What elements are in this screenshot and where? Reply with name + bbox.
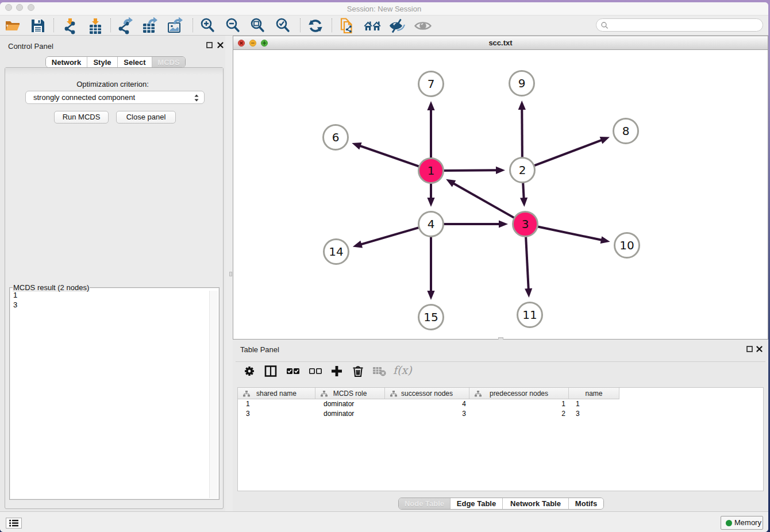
close-table-panel-icon[interactable]	[756, 346, 763, 352]
select-all-icon[interactable]	[286, 365, 301, 380]
graph-node-9[interactable]: 9	[510, 71, 534, 96]
deselect-all-icon[interactable]	[309, 365, 324, 380]
mcds-result-list[interactable]: 13	[10, 288, 218, 499]
zoom-selected-icon[interactable]	[275, 17, 292, 34]
graph-node-1[interactable]: 1	[419, 159, 444, 183]
svg-text:1: 1	[428, 164, 435, 178]
svg-text:15: 15	[424, 310, 438, 324]
column-header-name[interactable]: name	[569, 388, 619, 399]
graph-edge-4-15[interactable]	[427, 234, 434, 300]
delete-column-icon[interactable]	[352, 365, 367, 380]
export-image-icon[interactable]	[167, 17, 184, 34]
tab-edge-table[interactable]: Edge Table	[451, 498, 503, 509]
save-icon[interactable]	[29, 17, 47, 34]
column-header-shared-name[interactable]: shared name	[238, 388, 315, 399]
table-cell: 3	[246, 409, 315, 419]
float-table-panel-icon[interactable]	[746, 346, 753, 352]
task-history-button[interactable]	[6, 518, 22, 529]
graph-edge-3-1[interactable]	[446, 179, 517, 219]
graph-node-2[interactable]: 2	[510, 158, 535, 183]
tab-motifs[interactable]: Motifs	[569, 498, 603, 509]
result-item[interactable]: 3	[10, 300, 218, 310]
titlebar: Session: New Session	[0, 2, 768, 16]
close-panel-icon[interactable]	[217, 42, 224, 48]
window-title: Session: New Session	[0, 5, 768, 13]
tab-select[interactable]: Select	[118, 57, 152, 67]
open-folder-icon[interactable]	[4, 17, 21, 34]
graph-node-14[interactable]: 14	[324, 240, 349, 264]
export-table-icon[interactable]	[141, 17, 159, 34]
result-scrollbar[interactable]	[209, 291, 218, 498]
criterion-select[interactable]: strongly connected component	[25, 91, 205, 104]
graph-edge-1-7[interactable]	[427, 101, 434, 161]
graph-node-15[interactable]: 15	[419, 305, 444, 330]
graph-node-11[interactable]: 11	[518, 303, 542, 327]
svg-text:9: 9	[518, 76, 526, 90]
graph-edge-2-8[interactable]	[532, 137, 610, 167]
settings-gear-icon[interactable]	[243, 365, 258, 380]
import-network-icon[interactable]	[61, 17, 79, 34]
graph-node-6[interactable]: 6	[324, 125, 348, 150]
status-bar: Memory	[0, 511, 768, 532]
float-panel-icon[interactable]	[206, 42, 213, 48]
svg-text:11: 11	[522, 308, 537, 322]
table-panel-title: Table Panel	[240, 345, 279, 354]
mcds-result-group-title: MCDS result (2 nodes)	[13, 284, 90, 292]
application-window: Session: New Session Control Panel Netwo…	[0, 2, 768, 532]
table-row[interactable]: 3dominator323	[238, 409, 763, 419]
run-mcds-button[interactable]: Run MCDS	[54, 111, 109, 124]
column-tree-icon	[390, 391, 397, 397]
delete-table-icon[interactable]	[372, 365, 387, 380]
search-icon	[600, 21, 609, 29]
network-canvas[interactable]: 1234678910111415	[233, 51, 768, 339]
graph-node-7[interactable]: 7	[419, 72, 444, 97]
graph-edge-4-3[interactable]	[441, 220, 509, 228]
network-graph: 1234678910111415	[233, 51, 768, 339]
graph-edge-3-10[interactable]	[535, 226, 610, 244]
refresh-icon[interactable]	[307, 17, 324, 34]
clone-network-icon[interactable]	[339, 17, 356, 34]
show-all-icon[interactable]	[414, 17, 432, 34]
graph-edge-2-3[interactable]	[520, 180, 528, 207]
graph-edge-2-9[interactable]	[518, 101, 526, 160]
svg-text:7: 7	[428, 77, 435, 91]
graph-edge-1-2[interactable]	[441, 167, 505, 174]
table-cell: 1	[246, 399, 315, 409]
table-cell: 1	[576, 399, 618, 409]
column-header-predecessor-nodes[interactable]: predecessor nodes	[469, 388, 569, 399]
column-header-MCDS-role[interactable]: MCDS role	[315, 388, 385, 399]
graph-edge-3-11[interactable]	[525, 234, 532, 298]
table-row[interactable]: 1dominator411	[238, 399, 763, 409]
tab-node-table[interactable]: Node Table	[399, 498, 451, 509]
column-layout-icon[interactable]	[264, 365, 279, 380]
graph-edge-1-4[interactable]	[427, 181, 434, 207]
graph-edge-4-14[interactable]	[353, 227, 421, 248]
toolbar-separator	[300, 18, 301, 32]
tab-style[interactable]: Style	[87, 57, 118, 67]
zoom-fit-icon[interactable]	[249, 17, 267, 34]
hide-selected-icon[interactable]	[388, 17, 406, 34]
zoom-out-icon[interactable]	[225, 17, 242, 34]
zoom-in-icon[interactable]	[199, 17, 217, 34]
column-tree-icon	[243, 391, 250, 397]
export-network-icon[interactable]	[117, 17, 134, 34]
column-header-successor-nodes[interactable]: successor nodes	[385, 388, 469, 399]
tab-network-table[interactable]: Network Table	[503, 498, 569, 509]
tab-mcds[interactable]: MCDS	[152, 57, 185, 67]
graph-node-10[interactable]: 10	[615, 233, 640, 258]
search-input[interactable]	[596, 18, 763, 32]
function-builder-icon[interactable]: f(x)	[393, 365, 408, 380]
add-column-icon[interactable]	[330, 365, 345, 380]
memory-button[interactable]: Memory	[721, 516, 763, 530]
graph-node-3[interactable]: 3	[513, 212, 538, 237]
vertical-split-divider[interactable]	[225, 36, 233, 511]
graph-node-4[interactable]: 4	[419, 212, 444, 237]
result-item[interactable]: 1	[10, 291, 218, 300]
graph-edge-1-6[interactable]	[352, 142, 421, 167]
first-neighbors-icon[interactable]	[364, 17, 381, 34]
import-table-icon[interactable]	[87, 17, 104, 34]
close-panel-button[interactable]: Close panel	[116, 111, 176, 124]
tab-network[interactable]: Network	[46, 57, 87, 67]
split-handle[interactable]	[229, 272, 232, 276]
graph-node-8[interactable]: 8	[614, 119, 638, 144]
